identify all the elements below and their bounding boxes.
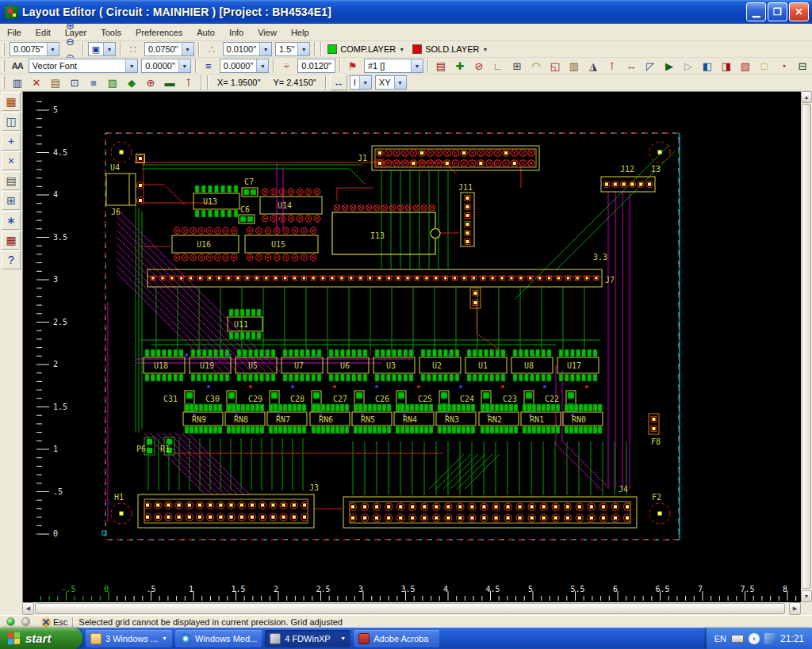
chip-icon[interactable]: ▦ bbox=[2, 231, 21, 250]
area-select-icon[interactable]: ◱ bbox=[546, 58, 564, 74]
chevron-down-icon[interactable]: ▼ bbox=[396, 47, 408, 52]
fill-area-icon[interactable]: ■ bbox=[85, 74, 102, 90]
sheet-select[interactable]: ▣▼ bbox=[88, 42, 116, 56]
menu-item-info[interactable]: Info bbox=[222, 25, 251, 40]
net-list-icon[interactable]: ▤ bbox=[432, 58, 450, 74]
toolbar-grip[interactable] bbox=[2, 59, 5, 72]
repair-icon[interactable]: ⊕ bbox=[142, 74, 159, 90]
select-ghost-icon[interactable]: ▷ bbox=[680, 58, 697, 74]
keyboard-icon[interactable] bbox=[731, 635, 744, 643]
toolbar-grip[interactable] bbox=[2, 76, 5, 89]
start-button[interactable]: start bbox=[0, 628, 82, 649]
restore-button[interactable]: ❐ bbox=[768, 2, 787, 21]
place-part-icon[interactable]: ▥ bbox=[9, 74, 26, 90]
zoom-out-icon[interactable]: ⊖ bbox=[62, 33, 79, 49]
language-indicator[interactable]: EN bbox=[714, 634, 726, 643]
chevron-down-icon[interactable]: ▼ bbox=[103, 43, 115, 55]
menu-item-preferences[interactable]: Preferences bbox=[128, 25, 190, 40]
copy-window-icon[interactable]: ◫ bbox=[2, 112, 21, 131]
chevron-down-icon[interactable]: ▼ bbox=[125, 59, 137, 72]
taskbar-task[interactable]: 4 FDWinXP▼ bbox=[265, 630, 350, 647]
horizontal-scrollbar[interactable]: ◀ ▶ bbox=[22, 602, 801, 615]
grid-snap-icon[interactable]: ∴ bbox=[203, 41, 220, 57]
sheet-new-icon[interactable]: □ bbox=[756, 58, 773, 74]
grid-display-icon[interactable]: ∷ bbox=[124, 41, 142, 57]
edit-part-icon[interactable]: ▤ bbox=[47, 74, 64, 90]
chevron-down-icon[interactable]: ▼ bbox=[411, 59, 423, 72]
chevron-down-icon[interactable]: ▼ bbox=[47, 43, 59, 55]
menu-item-view[interactable]: View bbox=[251, 25, 284, 40]
text-size-select[interactable]: 0.0000"▼ bbox=[141, 59, 191, 73]
scroll-down-button[interactable]: ▼ bbox=[801, 590, 812, 602]
close-button[interactable]: ✕ bbox=[789, 2, 809, 21]
ratsnest-icon[interactable]: ✚ bbox=[451, 58, 469, 74]
menu-item-auto[interactable]: Auto bbox=[190, 25, 222, 40]
grid-display-select[interactable]: 0.0750"▼ bbox=[144, 42, 194, 56]
chevron-down-icon[interactable]: ▼ bbox=[297, 43, 309, 55]
chevron-down-icon[interactable]: ▼ bbox=[259, 43, 271, 55]
board-edit-icon[interactable]: ▧ bbox=[737, 58, 754, 74]
move-part-icon[interactable]: ▦ bbox=[2, 92, 21, 111]
chevron-down-icon[interactable]: ▼ bbox=[479, 47, 491, 52]
solder-layer-select[interactable]: SOLD.LAYER ▼ bbox=[411, 41, 491, 57]
component-layer-select[interactable]: COMP.LAYER ▼ bbox=[326, 41, 408, 57]
menu-item-help[interactable]: Help bbox=[284, 25, 316, 40]
angle-ruler-icon[interactable]: ◮ bbox=[584, 58, 602, 74]
minimize-button[interactable]: ▁ bbox=[746, 2, 766, 21]
chevron-down-icon[interactable]: ▼ bbox=[182, 43, 193, 55]
arc-route-icon[interactable]: ◠ bbox=[527, 58, 545, 74]
scroll-left-button[interactable]: ◀ bbox=[22, 602, 34, 615]
delete-track-icon[interactable]: ✕ bbox=[28, 74, 45, 90]
properties-icon[interactable]: ▤ bbox=[2, 171, 21, 190]
units-select[interactable]: I▼ bbox=[350, 75, 372, 90]
pcb-canvas[interactable]: H1F2U4J6J1J12I3C7C6U13U14U16U15I13J11J73… bbox=[22, 91, 801, 602]
grid-ratio-select[interactable]: 1.5"▼ bbox=[275, 42, 310, 56]
horizontal-scroll-thumb[interactable] bbox=[35, 603, 785, 614]
taskbar-task[interactable]: 3 Windows ...▼ bbox=[86, 630, 172, 647]
line-width-select[interactable]: 0.0000"▼ bbox=[220, 59, 270, 73]
scroll-right-button[interactable]: ▶ bbox=[789, 602, 801, 615]
precision-select[interactable]: 0.0075"▼ bbox=[10, 42, 59, 56]
eraser-icon[interactable]: ◆ bbox=[123, 74, 140, 90]
bend-mode-icon[interactable]: ∟ bbox=[489, 58, 507, 74]
toolbar-grip[interactable] bbox=[2, 43, 5, 55]
book-icon[interactable]: ▬ bbox=[161, 74, 178, 90]
grid-snap-select[interactable]: 0.0100"▼ bbox=[223, 42, 273, 56]
tray-chevron-icon[interactable]: ‹ bbox=[749, 633, 760, 644]
pin-select-icon[interactable]: ⚑ bbox=[344, 58, 362, 74]
measure-x-icon[interactable]: ↔ bbox=[622, 58, 640, 74]
pan-icon[interactable]: + bbox=[2, 132, 21, 151]
help-icon[interactable]: ? bbox=[2, 250, 21, 269]
menu-item-file[interactable]: File bbox=[0, 25, 29, 40]
delete-icon[interactable]: × bbox=[2, 151, 21, 170]
hammer-icon[interactable]: ⊺ bbox=[180, 74, 197, 90]
pad-divide-icon[interactable]: ÷ bbox=[278, 58, 295, 74]
chevron-down-icon[interactable]: ▼ bbox=[359, 76, 371, 89]
tray-app-icon[interactable] bbox=[764, 633, 776, 644]
measure-width-icon[interactable]: ↔ bbox=[330, 74, 347, 90]
select-net-icon[interactable]: ▶ bbox=[661, 58, 678, 74]
add-window-icon[interactable]: ⊞ bbox=[508, 58, 526, 74]
zoom-in-icon[interactable]: ⊕ bbox=[62, 17, 79, 33]
test-pin-icon[interactable]: ⊺ bbox=[603, 58, 621, 74]
pad-size-field[interactable]: 0.0120" bbox=[297, 59, 335, 73]
pin-number-select[interactable]: #1 []▼ bbox=[364, 59, 423, 73]
paint-layer-icon[interactable]: ▨ bbox=[104, 74, 121, 90]
chevron-down-icon[interactable]: ▼ bbox=[256, 59, 268, 72]
pick-corner-icon[interactable]: ◸ bbox=[642, 58, 659, 74]
grid-swap-icon[interactable]: ⊟ bbox=[794, 58, 811, 74]
menu-item-edit[interactable]: Edit bbox=[29, 25, 58, 40]
vertical-scrollbar[interactable]: ▲ ▼ bbox=[801, 91, 812, 602]
select-rect-icon[interactable]: ⊡ bbox=[66, 74, 83, 90]
lock-window-icon[interactable]: ⊞ bbox=[2, 191, 21, 210]
chevron-down-icon[interactable]: ▼ bbox=[178, 59, 190, 72]
taskbar-task[interactable]: Adobe Acroba bbox=[354, 630, 439, 647]
scroll-up-button[interactable]: ▲ bbox=[801, 91, 812, 103]
gauge-icon[interactable]: ◔ bbox=[775, 58, 792, 74]
drc-off-icon[interactable]: ⊘ bbox=[470, 58, 488, 74]
chevron-down-icon[interactable]: ▼ bbox=[394, 76, 406, 89]
chip-red-icon[interactable]: ◨ bbox=[718, 58, 735, 74]
font-icon[interactable]: AA bbox=[9, 58, 26, 74]
report-icon[interactable]: ▥ bbox=[565, 58, 583, 74]
vertical-scroll-thumb[interactable] bbox=[802, 104, 811, 589]
